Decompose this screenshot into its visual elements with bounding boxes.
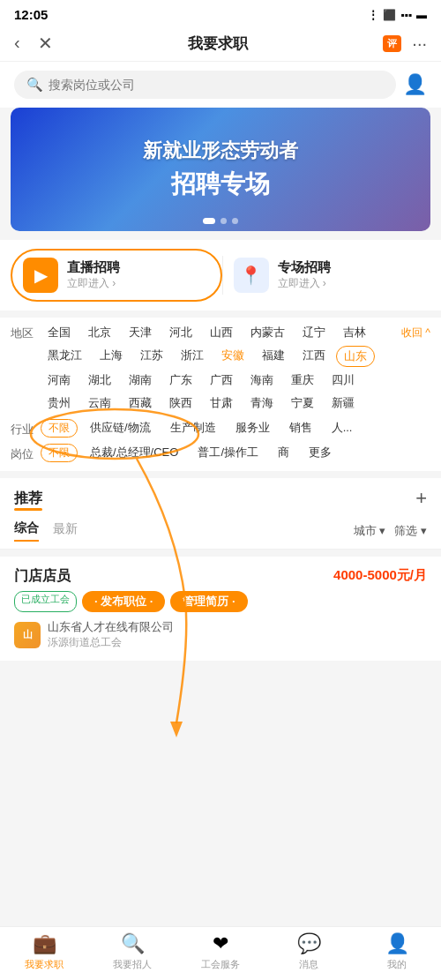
dot-3[interactable] — [232, 218, 238, 224]
tag-henan[interactable]: 河南 — [41, 370, 78, 390]
live-recruit-title: 直播招聘 — [67, 259, 120, 276]
nav-recruit[interactable]: 🔍 我要招人 — [88, 932, 176, 971]
tag-gansu[interactable]: 甘肃 — [203, 393, 240, 413]
banner: 新就业形态劳动者 招聘专场 — [11, 108, 430, 231]
collapse-button[interactable]: 收回 ^ — [401, 323, 430, 340]
nav-job-seek[interactable]: 💼 我要求职 — [0, 932, 88, 971]
special-recruit-title: 专场招聘 — [278, 259, 331, 276]
search-input[interactable] — [49, 78, 384, 92]
manage-resume-button[interactable]: 管理简历 · — [170, 591, 247, 612]
status-time: 12:05 — [14, 7, 48, 22]
tag-shaanxi[interactable]: 陕西 — [162, 393, 199, 413]
review-badge[interactable]: 评 — [383, 35, 401, 52]
tag-shanxi[interactable]: 山西 — [203, 323, 240, 342]
location-icon: 📍 — [234, 258, 269, 293]
tag-xizang[interactable]: 西藏 — [122, 393, 159, 413]
tag-guangdong[interactable]: 广东 — [162, 370, 199, 390]
tag-hunan[interactable]: 湖南 — [122, 370, 159, 390]
nav-mine-label: 我的 — [387, 958, 407, 971]
back-button[interactable]: ‹ — [14, 33, 20, 54]
header-left: ‹ ✕ — [14, 33, 53, 54]
tag-jiangxi[interactable]: 江西 — [295, 346, 333, 367]
recruit-icon: 🔍 — [121, 932, 145, 955]
tabs-row: 综合 最新 城市 ▾ 筛选 ▾ — [0, 513, 441, 550]
tag-yunnan[interactable]: 云南 — [81, 393, 118, 413]
tag-sichuan[interactable]: 四川 — [325, 370, 362, 390]
page-title: 我要求职 — [188, 34, 248, 54]
tag-guizhou[interactable]: 贵州 — [41, 393, 78, 413]
tag-heilongjiang[interactable]: 黑龙江 — [41, 346, 89, 367]
live-recruit-button[interactable]: ▶ 直播招聘 立即进入 › — [11, 249, 222, 302]
nav-recruit-label: 我要招人 — [113, 958, 152, 971]
job-card: 门店店员 4000-5000元/月 已成立工会 · 发布职位 · 管理简历 · … — [0, 557, 441, 661]
tag-neimenggu[interactable]: 内蒙古 — [243, 323, 292, 342]
tag-sales[interactable]: 销售 — [282, 418, 319, 438]
dot-2[interactable] — [220, 218, 227, 224]
live-recruit-sub: 立即进入 › — [67, 276, 120, 291]
tag-jilin[interactable]: 吉林 — [336, 323, 373, 342]
job-seek-icon: 💼 — [33, 932, 56, 955]
tag-beijing[interactable]: 北京 — [81, 323, 118, 342]
more-button[interactable]: ··· — [412, 34, 427, 54]
service-icon: ❤ — [213, 932, 228, 955]
industry-unlimited[interactable]: 不限 — [41, 419, 78, 438]
tag-hainan[interactable]: 海南 — [243, 370, 280, 390]
position-unlimited[interactable]: 不限 — [41, 444, 78, 462]
tag-fujian[interactable]: 福建 — [255, 346, 292, 367]
job-tags: 已成立工会 · 发布职位 · 管理简历 · — [14, 591, 427, 612]
tab-comprehensive[interactable]: 综合 — [14, 520, 39, 542]
company-logo: 山 — [14, 622, 41, 648]
tag-xinjiang[interactable]: 新疆 — [325, 393, 362, 413]
city-filter-button[interactable]: 城市 ▾ — [354, 523, 386, 539]
company-initials: 山 — [23, 628, 33, 641]
dot-1[interactable] — [203, 218, 215, 224]
search-input-wrap[interactable]: 🔍 — [14, 71, 396, 99]
battery-icon: ▬ — [416, 9, 427, 21]
nav-service[interactable]: ❤ 工会服务 — [176, 932, 265, 971]
filter-button[interactable]: 筛选 ▾ — [394, 523, 427, 539]
union-tag: 已成立工会 — [14, 591, 77, 612]
user-icon[interactable]: 👤 — [403, 73, 427, 96]
add-recommend-button[interactable]: + — [415, 487, 427, 510]
industry-row: 行业 不限 供应链/物流 生产制造 服务业 销售 人... — [11, 418, 430, 438]
tag-quanguo[interactable]: 全国 — [41, 323, 78, 342]
tag-anhui[interactable]: 安徽 — [214, 346, 251, 367]
tag-supply[interactable]: 供应链/物流 — [83, 418, 158, 438]
tag-qinghai[interactable]: 青海 — [243, 393, 280, 413]
job-title: 门店店员 — [14, 567, 71, 586]
tag-ceo[interactable]: 总裁/总经理/CEO — [83, 443, 185, 462]
nav-message[interactable]: 💬 消息 — [265, 932, 353, 971]
tabs-right: 城市 ▾ 筛选 ▾ — [354, 523, 427, 539]
tag-ningxia[interactable]: 宁夏 — [284, 393, 321, 413]
tag-tianjin[interactable]: 天津 — [122, 323, 159, 342]
tag-worker[interactable]: 普工/操作工 — [191, 443, 265, 462]
tag-more-position[interactable]: 更多 — [302, 443, 339, 462]
tag-liaoning[interactable]: 辽宁 — [295, 323, 333, 342]
tag-shanghai[interactable]: 上海 — [93, 346, 130, 367]
tag-jiangsu[interactable]: 江苏 — [133, 346, 170, 367]
tag-manufacture[interactable]: 生产制造 — [163, 418, 223, 438]
tag-hubei[interactable]: 湖北 — [81, 370, 118, 390]
tag-shandong[interactable]: 山东 — [336, 346, 375, 367]
special-recruit-button[interactable]: 📍 专场招聘 立即进入 › — [223, 249, 431, 302]
tag-more-industry[interactable]: 人... — [325, 418, 360, 438]
position-row: 岗位 不限 总裁/总经理/CEO 普工/操作工 商 更多 — [11, 443, 430, 462]
special-recruit-sub: 立即进入 › — [278, 276, 331, 291]
nav-mine[interactable]: 👤 我的 — [353, 932, 441, 971]
tag-zhejiang[interactable]: 浙江 — [174, 346, 211, 367]
close-button[interactable]: ✕ — [38, 33, 53, 54]
status-icons: ⋮ ⬛ ▪▪▪ ▬ — [368, 9, 427, 21]
tag-service[interactable]: 服务业 — [228, 418, 277, 438]
tag-commerce[interactable]: 商 — [271, 443, 296, 462]
position-label: 岗位 — [11, 444, 35, 462]
tag-guangxi[interactable]: 广西 — [203, 370, 240, 390]
tag-chongqing[interactable]: 重庆 — [284, 370, 321, 390]
job-company-row: 山 山东省人才在线有限公司 泺源街道总工会 — [14, 619, 427, 650]
publish-job-button[interactable]: · 发布职位 · — [82, 591, 165, 612]
nav-message-label: 消息 — [299, 958, 318, 971]
tab-latest[interactable]: 最新 — [53, 521, 78, 541]
tag-hebei[interactable]: 河北 — [162, 323, 199, 342]
banner-dots — [203, 218, 238, 224]
region-label: 地区 — [11, 323, 35, 341]
play-icon: ▶ — [23, 258, 58, 293]
